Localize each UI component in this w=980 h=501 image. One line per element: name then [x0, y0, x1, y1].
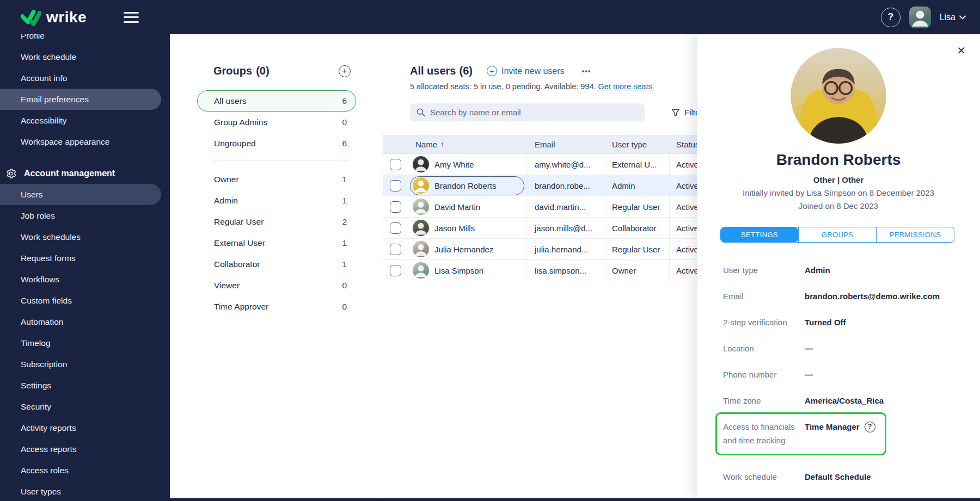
role-label: External User [214, 238, 265, 248]
row-checkbox[interactable] [390, 244, 401, 255]
profile-photo [791, 48, 886, 144]
field-value: Time Manager ? [805, 420, 875, 434]
sidebar-item-access-roles[interactable]: Access roles [0, 460, 161, 481]
role-item-regular-user[interactable]: Regular User 2 [197, 211, 356, 232]
row-checkbox[interactable] [390, 201, 401, 213]
role-count: 0 [342, 281, 347, 290]
row-checkbox[interactable] [390, 265, 401, 276]
role-count: 1 [342, 196, 347, 206]
column-header-user-type[interactable]: User type [605, 135, 670, 153]
invite-label: Invite new users [501, 66, 565, 76]
groups-title: Groups [213, 65, 252, 77]
sidebar-item-users[interactable]: Users [0, 184, 161, 205]
sidebar-section-account-management: Account management [0, 163, 170, 184]
sidebar-item-workflows[interactable]: Workflows [0, 269, 161, 290]
group-item-all-users[interactable]: All users 6 [197, 90, 356, 112]
help-icon[interactable]: ? [881, 8, 901, 27]
sidebar-item-subscription[interactable]: Subscription [0, 354, 161, 375]
table-row-brandon-roberts[interactable]: Brandon Roberts brandon.robe... Admin Ac… [383, 175, 710, 196]
user-name-cell: Lisa Simpson [434, 266, 483, 275]
avatar [413, 177, 429, 194]
hamburger-menu-icon[interactable] [124, 12, 139, 23]
settings-fields: User type Admin Email brandon.roberts@de… [723, 256, 954, 488]
field-label: 2-step verification [723, 316, 805, 329]
role-item-collaborator[interactable]: Collaborator 1 [197, 253, 356, 275]
row-checkbox[interactable] [390, 180, 401, 191]
avatar [413, 262, 429, 279]
avatar[interactable] [909, 7, 931, 28]
sidebar-item-profile[interactable]: Profile [0, 34, 161, 46]
user-email-cell: lisa.simpson... [528, 260, 605, 281]
users-panel: All users(6) + Invite new users ••• 5 al… [383, 34, 710, 498]
sidebar-item-work-schedule[interactable]: Work schedule [0, 46, 161, 67]
tab-permissions[interactable]: PERMISSIONS [876, 227, 954, 242]
sort-ascending-icon: ↑ [440, 140, 444, 149]
role-item-admin[interactable]: Admin 1 [197, 190, 356, 211]
sidebar-item-workspace-appearance[interactable]: Workspace appearance [0, 131, 161, 152]
avatar [413, 156, 429, 172]
role-item-viewer[interactable]: Viewer 0 [197, 275, 356, 296]
role-count: 1 [342, 259, 347, 269]
user-detail-panel: ✕ Brandon Roberts Other | Other [697, 34, 980, 498]
sidebar-item-accessibility[interactable]: Accessibility [0, 110, 161, 131]
close-icon[interactable]: ✕ [957, 45, 966, 56]
role-label: Time Approver [214, 302, 268, 312]
field-value: Default Schedule [805, 470, 871, 484]
sidebar-item-timelog[interactable]: Timelog [0, 332, 161, 354]
sidebar-item-request-forms[interactable]: Request forms [0, 248, 161, 269]
sidebar-item-work-schedules[interactable]: Work schedules [0, 226, 161, 248]
table-row-julia-hernandez[interactable]: Julia Hernandez julia.hernand... Regular… [383, 239, 710, 260]
tab-settings[interactable]: SETTINGS [721, 227, 798, 242]
group-item-group-admins[interactable]: Group Admins 0 [197, 112, 356, 133]
group-item-ungrouped[interactable]: Ungrouped 6 [197, 133, 356, 154]
users-controls: Filters [410, 103, 710, 121]
sidebar-item-activity-reports[interactable]: Activity reports [0, 417, 161, 438]
role-count: 0 [342, 302, 347, 312]
user-type-cell: Owner [605, 260, 670, 281]
sidebar-item-email-preferences[interactable]: Email preferences [0, 89, 161, 110]
role-count: 1 [342, 238, 347, 248]
user-menu[interactable]: Lisa [940, 13, 966, 22]
sidebar-item-automation[interactable]: Automation [0, 311, 161, 332]
sidebar-item-settings[interactable]: Settings [0, 375, 161, 396]
wrike-logo[interactable]: wrike [21, 9, 87, 26]
role-item-time-approver[interactable]: Time Approver 0 [197, 296, 356, 317]
help-circle-icon[interactable]: ? [865, 422, 875, 432]
role-label: Viewer [214, 281, 240, 290]
user-email-cell: jason.mills@d... [528, 218, 605, 238]
field-value: Admin [805, 263, 830, 277]
invite-new-users-button[interactable]: + Invite new users [487, 66, 565, 76]
field-value: America/Costa_Rica [805, 394, 884, 407]
field-value: — [805, 342, 813, 355]
sidebar-item-job-roles[interactable]: Job roles [0, 205, 161, 226]
table-row-david-martin[interactable]: David Martin david.martin... Regular Use… [383, 196, 710, 218]
table-row-jason-mills[interactable]: Jason Mills jason.mills@d... Collaborato… [383, 218, 710, 239]
column-header-email[interactable]: Email [528, 135, 605, 153]
row-checkbox[interactable] [390, 159, 401, 170]
table-row-lisa-simpson[interactable]: Lisa Simpson lisa.simpson... Owner Activ… [383, 260, 710, 281]
column-header-name[interactable]: Name ↑ [408, 135, 528, 153]
topbar-right: ? Lisa [881, 7, 966, 28]
role-count: 1 [342, 175, 347, 184]
invite-plus-icon: + [487, 66, 497, 76]
get-more-seats-link[interactable]: Get more seats [598, 82, 652, 91]
tab-groups[interactable]: GROUPS [798, 227, 876, 242]
groups-list: All users 6 Group Admins 0 Ungrouped 6 O… [197, 90, 356, 317]
sidebar-item-account-info[interactable]: Account info [0, 67, 161, 89]
header-checkbox-cell [383, 135, 408, 153]
sidebar-item-custom-fields[interactable]: Custom fields [0, 290, 161, 311]
row-checkbox[interactable] [390, 222, 401, 234]
user-type-cell: External U... [605, 154, 670, 175]
role-item-owner[interactable]: Owner 1 [197, 169, 356, 190]
add-group-button[interactable]: + [339, 65, 351, 77]
field-label: Email [723, 289, 805, 303]
sidebar-item-security[interactable]: Security [0, 396, 161, 417]
search-input[interactable] [430, 108, 639, 117]
user-email-cell: julia.hernand... [528, 239, 605, 259]
more-options-icon[interactable]: ••• [582, 67, 591, 75]
search-box [410, 103, 645, 121]
table-row-amy-white[interactable]: Amy White amy.white@d... External U... A… [383, 154, 710, 175]
sidebar-item-access-reports[interactable]: Access reports [0, 438, 161, 460]
role-item-external-user[interactable]: External User 1 [197, 232, 356, 253]
role-label: Regular User [214, 217, 264, 227]
